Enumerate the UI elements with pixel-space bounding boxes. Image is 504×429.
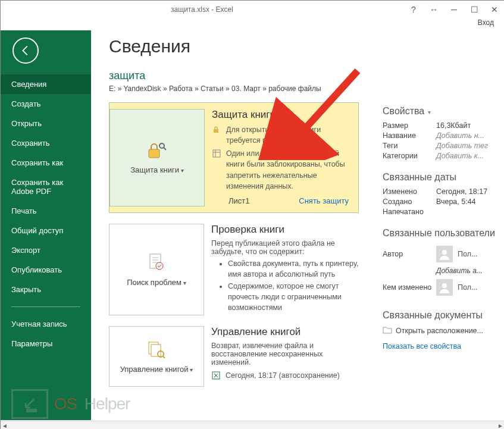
sidebar-item-publish[interactable]: Опубликовать	[1, 260, 91, 280]
inspect-button-label: Поиск проблем	[127, 278, 186, 288]
prop-name-k: Название	[383, 131, 436, 140]
sidebar-item-account[interactable]: Учетная запись	[1, 314, 91, 334]
login-link[interactable]: Вход	[1, 18, 504, 30]
manage-version[interactable]: Сегодня, 18:17 (автосохранение)	[226, 370, 340, 381]
manage-intro: Возврат, извлечение файла и восстановлен…	[211, 342, 359, 367]
unprotect-link[interactable]: Снять защиту	[299, 196, 349, 205]
add-author[interactable]: Добавить а...	[436, 267, 483, 275]
svg-rect-0	[149, 149, 159, 158]
prop-tags-k: Теги	[383, 142, 436, 150]
prop-tags-v[interactable]: Добавить тег	[436, 142, 488, 150]
avatar-icon	[436, 246, 453, 262]
svg-point-5	[156, 262, 163, 270]
people-heading: Связанные пользователи	[383, 228, 499, 239]
properties-heading[interactable]: Свойства	[383, 106, 499, 117]
resize-icon[interactable]: ↔	[424, 1, 444, 18]
date-mod-v: Сегодня, 18:17	[436, 187, 487, 196]
protect-title: Защита книги	[212, 109, 352, 121]
excel-file-icon	[211, 370, 221, 380]
sidebar-item-export[interactable]: Экспорт	[1, 240, 91, 260]
avatar-icon	[436, 279, 453, 296]
dates-heading: Связанные даты	[383, 172, 499, 183]
backstage-sidebar: Сведения Создать Открыть Сохранить Сохра…	[1, 30, 91, 420]
manage-title: Управление книгой	[211, 326, 359, 338]
documents-search-icon	[145, 339, 168, 361]
sidebar-item-save-pdf[interactable]: Сохранить как Adobe PDF	[1, 173, 91, 201]
author-k: Автор	[383, 250, 436, 258]
date-created-k: Создано	[383, 198, 436, 206]
protect-button-label: Защита книги	[130, 165, 184, 176]
svg-rect-3	[213, 150, 220, 157]
date-mod-k: Изменено	[383, 187, 436, 196]
related-heading: Связанные документы	[383, 310, 499, 321]
protect-card: Защита книги Защита книги Для открытия д…	[109, 102, 359, 213]
lock-key-icon	[146, 139, 168, 162]
backstage-content: Сведения защита E: » YandexDisk » Работа…	[91, 30, 504, 420]
protected-sheet-name: Лист1	[228, 196, 249, 205]
open-location-link[interactable]: Открыть расположение...	[396, 327, 483, 335]
svg-rect-2	[214, 129, 218, 133]
sidebar-item-saveas[interactable]: Сохранить как	[1, 153, 91, 173]
check-issues-button[interactable]: Поиск проблем	[109, 224, 204, 316]
info-left-column: Защита книги Защита книги Для открытия д…	[109, 102, 359, 397]
sidebar-item-close[interactable]: Закрыть	[1, 280, 91, 299]
window-controls: ? ↔ ─ ☐ ✕	[403, 1, 504, 18]
date-printed-k: Напечатано	[383, 208, 436, 216]
inspect-title: Проверка книги	[211, 224, 359, 236]
help-icon[interactable]: ?	[403, 1, 424, 18]
svg-point-10	[442, 250, 447, 255]
key-lock-icon	[212, 124, 221, 134]
scroll-left-icon[interactable]: ◄	[1, 422, 9, 429]
page-title: Сведения	[109, 36, 504, 57]
manage-button-label: Управление книгой	[120, 365, 193, 375]
horizontal-scrollbar[interactable]: ◄ ►	[1, 421, 504, 429]
protect-msg-password: Для открытия данной книги требуется паро…	[226, 124, 352, 146]
info-right-column: Свойства Размер16,3Кбайт НазваниеДобавит…	[359, 102, 504, 397]
manage-card: Управление книгой Управление книгой Возв…	[109, 326, 359, 387]
sheet-lock-icon	[212, 148, 221, 158]
svg-point-1	[159, 143, 164, 148]
title-bar: защита.xlsx - Excel ? ↔ ─ ☐ ✕	[1, 1, 504, 18]
date-created-v: Вчера, 5:44	[436, 198, 476, 206]
sidebar-nav: Сведения Создать Открыть Сохранить Сохра…	[1, 74, 91, 353]
inspect-bullet: Содержимое, которое не смогут прочесть л…	[228, 281, 359, 313]
prop-cat-k: Категории	[383, 152, 436, 160]
manage-workbook-button[interactable]: Управление книгой	[109, 326, 204, 387]
sidebar-separator	[11, 306, 80, 307]
scroll-track[interactable]	[9, 422, 496, 429]
sidebar-item-options[interactable]: Параметры	[1, 334, 91, 353]
prop-size-k: Размер	[383, 121, 436, 130]
breadcrumb[interactable]: E: » YandexDisk » Работа » Статьи » 03. …	[109, 84, 504, 93]
checklist-search-icon	[145, 252, 168, 274]
svg-point-11	[442, 283, 447, 288]
protect-msg-sheets: Один или несколько листов этой книги был…	[226, 148, 352, 192]
maximize-icon[interactable]: ☐	[464, 1, 484, 18]
inspect-intro: Перед публикацией этого файла не забудьт…	[211, 239, 359, 256]
protect-workbook-button[interactable]: Защита книги	[109, 109, 205, 206]
scroll-right-icon[interactable]: ►	[496, 422, 504, 429]
sidebar-item-new[interactable]: Создать	[1, 94, 91, 114]
modby-value[interactable]: Пол...	[436, 279, 477, 296]
inspect-card: Поиск проблем Проверка книги Перед публи…	[109, 224, 359, 316]
sidebar-item-open[interactable]: Открыть	[1, 114, 91, 133]
folder-icon	[383, 325, 392, 336]
sidebar-item-info[interactable]: Сведения	[1, 74, 91, 94]
back-button[interactable]	[12, 37, 39, 64]
document-name: защита	[109, 70, 504, 82]
window-title: защита.xlsx - Excel	[1, 5, 403, 14]
minimize-icon[interactable]: ─	[444, 1, 464, 18]
prop-cat-v[interactable]: Добавить к...	[436, 152, 484, 160]
svg-rect-7	[151, 345, 161, 356]
close-icon[interactable]: ✕	[484, 1, 504, 18]
sidebar-item-save[interactable]: Сохранить	[1, 133, 91, 153]
inspect-bullet: Свойства документа, путь к принтеру, имя…	[228, 258, 359, 280]
modby-k: Кем изменено	[383, 283, 436, 292]
prop-size-v: 16,3Кбайт	[436, 121, 471, 130]
show-all-properties-link[interactable]: Показать все свойства	[383, 342, 461, 350]
prop-name-v[interactable]: Добавить н...	[436, 131, 484, 140]
author-value[interactable]: Пол...	[436, 246, 477, 262]
sidebar-item-share[interactable]: Общий доступ	[1, 221, 91, 240]
sidebar-item-print[interactable]: Печать	[1, 201, 91, 221]
